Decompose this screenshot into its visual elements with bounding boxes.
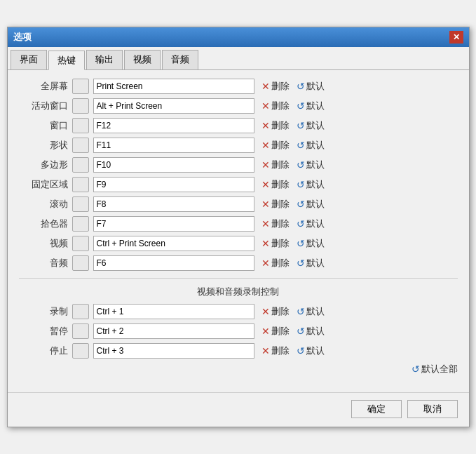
key-button-scroll[interactable] (72, 196, 89, 212)
input-stop[interactable] (93, 343, 254, 359)
delete-button-audio[interactable]: ✕删除 (261, 257, 290, 269)
options-window: 选项 ✕ 界面 热键 输出 视频 音频 全屏幕 ✕删除 ↺默认 活动窗口 ✕删除… (7, 27, 470, 427)
title-bar: 选项 ✕ (8, 27, 469, 47)
delete-button-activewindow[interactable]: ✕删除 (261, 100, 290, 112)
reset-button-video[interactable]: ↺默认 (297, 237, 325, 250)
key-button-video[interactable] (72, 236, 89, 251)
reset-all-button[interactable]: ↺默认全部 (412, 363, 458, 375)
input-fullscreen[interactable] (93, 79, 254, 94)
reset-button-window[interactable]: ↺默认 (297, 119, 325, 132)
key-button-pause[interactable] (72, 323, 89, 339)
key-button-polygon[interactable] (72, 157, 89, 173)
input-window[interactable] (93, 118, 254, 133)
hotkey-row-record: 录制 ✕删除 ↺默认 (19, 304, 458, 319)
label-shape: 形状 (19, 139, 68, 152)
input-polygon[interactable] (93, 157, 254, 173)
confirm-button[interactable]: 确定 (351, 400, 402, 418)
key-button-window[interactable] (72, 118, 89, 133)
hotkey-row-polygon: 多边形 ✕删除 ↺默认 (19, 157, 458, 173)
key-button-activewindow[interactable] (72, 98, 89, 114)
label-pause: 暂停 (19, 325, 68, 338)
reset-icon-fullscreen: ↺ (297, 81, 305, 92)
reset-button-shape[interactable]: ↺默认 (297, 139, 325, 152)
reset-button-fullscreen[interactable]: ↺默认 (297, 80, 325, 93)
label-window: 窗口 (19, 119, 68, 132)
hotkey-row-activewindow: 活动窗口 ✕删除 ↺默认 (19, 98, 458, 114)
key-button-audio[interactable] (72, 255, 89, 271)
label-fullscreen: 全屏幕 (19, 80, 68, 93)
hotkey-row-audio: 音频 ✕删除 ↺默认 (19, 255, 458, 271)
delete-button-polygon[interactable]: ✕删除 (261, 159, 290, 171)
label-polygon: 多边形 (19, 159, 68, 171)
reset-button-scroll[interactable]: ↺默认 (297, 198, 325, 211)
label-fixedarea: 固定区域 (19, 178, 68, 191)
delete-icon-fullscreen: ✕ (261, 81, 270, 92)
delete-button-fixedarea[interactable]: ✕删除 (261, 178, 290, 191)
input-record[interactable] (93, 304, 254, 319)
label-video: 视频 (19, 237, 68, 250)
content-area: 全屏幕 ✕删除 ↺默认 活动窗口 ✕删除 ↺默认 窗口 ✕删除 ↺默认 形状 ✕… (8, 70, 469, 387)
tab-output[interactable]: 输出 (86, 50, 123, 69)
delete-button-colorpicker[interactable]: ✕删除 (261, 218, 290, 230)
section-title-recording: 视频和音频录制控制 (19, 278, 458, 298)
label-stop: 停止 (19, 345, 68, 357)
close-button[interactable]: ✕ (449, 31, 463, 44)
hotkey-row-stop: 停止 ✕删除 ↺默认 (19, 343, 458, 359)
hotkey-row-window: 窗口 ✕删除 ↺默认 (19, 118, 458, 133)
delete-button-pause[interactable]: ✕删除 (261, 325, 290, 338)
footer: 确定 取消 (8, 392, 469, 427)
reset-button-fixedarea[interactable]: ↺默认 (297, 178, 325, 191)
cancel-button[interactable]: 取消 (407, 400, 458, 418)
label-scroll: 滚动 (19, 198, 68, 211)
input-video[interactable] (93, 236, 254, 251)
hotkey-row-fullscreen: 全屏幕 ✕删除 ↺默认 (19, 79, 458, 94)
delete-button-scroll[interactable]: ✕删除 (261, 198, 290, 211)
tab-interface[interactable]: 界面 (11, 50, 47, 69)
label-colorpicker: 拾色器 (19, 218, 68, 230)
input-activewindow[interactable] (93, 98, 254, 114)
delete-button-record[interactable]: ✕删除 (261, 305, 290, 318)
tab-audio[interactable]: 音频 (162, 50, 198, 69)
reset-button-stop[interactable]: ↺默认 (297, 345, 325, 357)
input-colorpicker[interactable] (93, 216, 254, 232)
reset-button-pause[interactable]: ↺默认 (297, 325, 325, 338)
delete-button-stop[interactable]: ✕删除 (261, 345, 290, 357)
hotkey-row-scroll: 滚动 ✕删除 ↺默认 (19, 196, 458, 212)
reset-button-polygon[interactable]: ↺默认 (297, 159, 325, 171)
delete-button-shape[interactable]: ✕删除 (261, 139, 290, 152)
hotkey-row-shape: 形状 ✕删除 ↺默认 (19, 138, 458, 153)
input-scroll[interactable] (93, 196, 254, 212)
input-shape[interactable] (93, 138, 254, 153)
key-button-record[interactable] (72, 304, 89, 319)
reset-button-activewindow[interactable]: ↺默认 (297, 100, 325, 112)
label-record: 录制 (19, 305, 68, 318)
key-button-stop[interactable] (72, 343, 89, 359)
window-title: 选项 (13, 31, 32, 44)
reset-button-colorpicker[interactable]: ↺默认 (297, 218, 325, 230)
key-button-fixedarea[interactable] (72, 177, 89, 192)
input-audio[interactable] (93, 255, 254, 271)
default-all-row: ↺默认全部 (19, 363, 458, 375)
tab-video[interactable]: 视频 (124, 50, 161, 69)
reset-button-record[interactable]: ↺默认 (297, 305, 325, 318)
hotkey-row-pause: 暂停 ✕删除 ↺默认 (19, 323, 458, 339)
input-fixedarea[interactable] (93, 177, 254, 192)
delete-button-fullscreen[interactable]: ✕删除 (261, 80, 290, 93)
key-button-colorpicker[interactable] (72, 216, 89, 232)
delete-button-video[interactable]: ✕删除 (261, 237, 290, 250)
reset-button-audio[interactable]: ↺默认 (297, 257, 325, 269)
delete-button-window[interactable]: ✕删除 (261, 119, 290, 132)
input-pause[interactable] (93, 323, 254, 339)
key-button-fullscreen[interactable] (72, 79, 89, 94)
tab-bar: 界面 热键 输出 视频 音频 (8, 47, 469, 70)
hotkey-row-fixedarea: 固定区域 ✕删除 ↺默认 (19, 177, 458, 192)
label-audio: 音频 (19, 257, 68, 269)
hotkey-row-colorpicker: 拾色器 ✕删除 ↺默认 (19, 216, 458, 232)
tab-hotkeys[interactable]: 热键 (48, 51, 85, 70)
hotkey-row-video: 视频 ✕删除 ↺默认 (19, 236, 458, 251)
label-activewindow: 活动窗口 (19, 100, 68, 112)
key-button-shape[interactable] (72, 138, 89, 153)
